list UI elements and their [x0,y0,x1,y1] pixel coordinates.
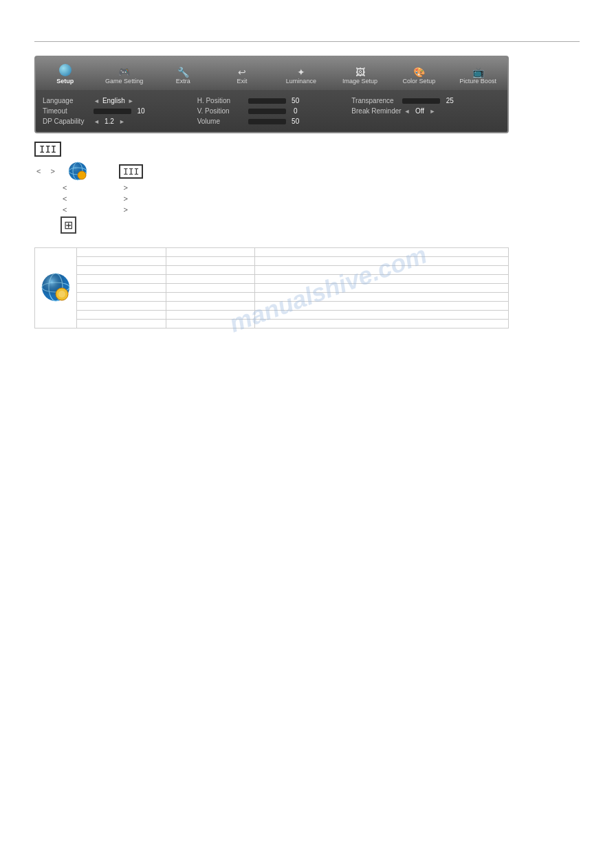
table-desc-1 [255,248,509,257]
svg-point-10 [58,291,65,298]
timeout-label: Timeout [43,107,91,115]
table-name-1 [77,248,166,257]
osd-menu-luminance-label: Luminance [273,78,329,85]
table-range-3 [166,266,255,275]
volume-bar [248,119,286,124]
left-arrow-3[interactable]: < [63,194,67,203]
break-label: Break Reminder [351,107,401,115]
osd-vpos-row: V. Position 0 [197,106,347,116]
osd-break-row: Break Reminder ◄ Off ► [351,106,501,116]
left-arrow-2[interactable]: < [63,183,67,192]
dp-label: DP Capability [43,118,91,125]
hpos-label: H. Position [197,97,245,104]
right-arrow-4[interactable]: > [123,205,127,214]
osd-menu-extra-label: Extra [155,78,212,85]
table-name-6 [77,293,166,302]
right-nav-arrow[interactable]: > [50,167,54,175]
menu-indicator: III [34,144,580,155]
table-range-5 [166,284,255,293]
osd-hpos-row: H. Position 50 [197,96,347,106]
image-setup-icon: 🖼 [355,67,365,78]
left-arrow-4[interactable]: < [63,205,67,214]
right-arrow-2[interactable]: > [123,183,127,192]
osd-menu-exit-label: Exit [214,78,270,85]
table-range-2 [166,257,255,266]
table-range-6 [166,293,255,302]
osd-dp-row: DP Capability ◄ 1.2 ► [43,116,192,126]
table-desc-8 [255,311,509,320]
osd-menu-picture-label: Picture Boost [450,78,506,85]
osd-menu-extra[interactable]: 🔧 Extra [154,64,213,86]
data-table [34,247,509,329]
osd-menu-image-label: Image Setup [332,78,388,85]
osd-menu-game[interactable]: 🎮 Game Setting [95,64,154,86]
table-name-7 [77,302,166,311]
table-row [35,257,509,266]
table-row [35,266,509,275]
table-desc-7 [255,302,509,311]
language-left-arrow[interactable]: ◄ [94,98,100,104]
table-range-7 [166,302,255,311]
osd-trans-row: Transparence 25 [351,96,501,106]
table-icon-cell [35,248,77,329]
osd-menu-color-label: Color Setup [391,78,448,85]
table-name-5 [77,284,166,293]
osd-col3: Transparence 25 Break Reminder ◄ Off ► [351,96,501,126]
osd-language-row: Language ◄ English ► [43,96,192,106]
language-value: English [102,97,125,104]
hpos-value: 50 [289,97,303,104]
table-name-8 [77,311,166,320]
trans-bar [402,98,440,104]
table-row [35,293,509,302]
vpos-label: V. Position [197,107,245,115]
table-desc-5 [255,284,509,293]
volume-label: Volume [197,118,245,125]
table-desc-6 [255,293,509,302]
trans-label: Transparence [351,97,399,104]
menu-icon-inline: III [119,164,143,179]
osd-menu-luminance[interactable]: ✦ Luminance [272,64,331,86]
language-label: Language [43,97,91,104]
game-icon: 🎮 [118,67,130,78]
volume-value: 50 [289,118,303,125]
osd-monitor-ui: Setup 🎮 Game Setting 🔧 Extra ↩ Exit ✦ Lu… [34,56,509,133]
table-row [35,284,509,293]
desc-line-2: < > [34,183,580,192]
dp-right-arrow[interactable]: ► [119,118,125,125]
timeout-value: 10 [134,107,148,115]
osd-col2: H. Position 50 V. Position 0 Volume [197,96,347,126]
table-name-9 [77,320,166,329]
right-arrow-3[interactable]: > [123,194,127,203]
osd-menu-setup-label: Setup [37,78,94,85]
osd-menu-setup[interactable]: Setup [36,61,95,86]
language-right-arrow[interactable]: ► [128,98,134,104]
table-row [35,311,509,320]
osd-menu-picture[interactable]: 📺 Picture Boost [448,64,507,86]
vpos-bar [248,109,286,114]
desc-line-1: < > III [34,162,580,181]
dp-left-arrow[interactable]: ◄ [94,118,100,125]
table-desc-4 [255,275,509,284]
osd-menu-image[interactable]: 🖼 Image Setup [331,64,390,86]
osd-menu-exit[interactable]: ↩ Exit [212,64,272,86]
table-row [35,275,509,284]
osd-menu-bar: Setup 🎮 Game Setting 🔧 Extra ↩ Exit ✦ Lu… [36,57,507,90]
extra-icon: 🔧 [177,67,189,78]
osd-menu-color[interactable]: 🎨 Color Setup [390,64,449,86]
osd-content: Language ◄ English ► Timeout 10 DP Capab… [36,90,507,132]
left-nav-arrow[interactable]: < [36,167,41,175]
menu-indicator-icon: III [34,142,61,157]
break-left-arrow[interactable]: ◄ [404,108,410,115]
dp-value: 1.2 [102,118,116,125]
trans-value: 25 [443,97,457,104]
desc-line-3: < > [34,194,580,203]
table-name-4 [77,275,166,284]
desc-line-5: ⊞ [34,216,580,234]
break-right-arrow[interactable]: ► [430,108,436,115]
table-row [35,320,509,329]
table-name-3 [77,266,166,275]
table-desc-3 [255,266,509,275]
luminance-icon: ✦ [297,67,305,78]
osd-timeout-row: Timeout 10 [43,106,192,116]
globe-icon [68,162,87,181]
